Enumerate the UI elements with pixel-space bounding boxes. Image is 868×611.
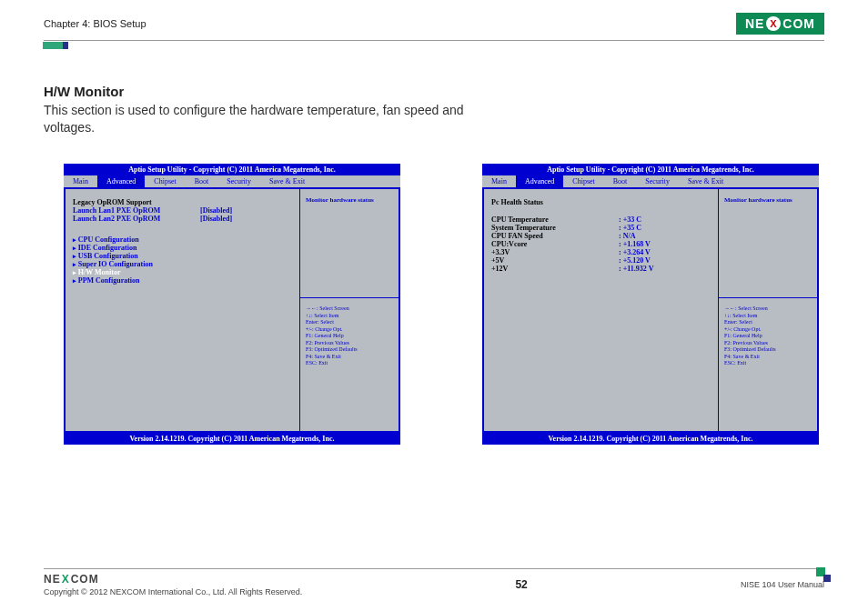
help-text: Monitor hardware status bbox=[300, 189, 399, 298]
menu-usb[interactable]: USB Configuration bbox=[73, 252, 292, 260]
health-row: +3.3V: +3.264 V bbox=[491, 248, 711, 256]
lan2-row[interactable]: Launch Lan2 PXE OpROM [Disabled] bbox=[73, 215, 292, 223]
section-title: H/W Monitor bbox=[44, 84, 124, 99]
bios-side: Monitor hardware status →←: Select Scree… bbox=[719, 189, 817, 431]
bios-footer: Version 2.14.1219. Copyright (C) 2011 Am… bbox=[64, 433, 400, 445]
legacy-oprom-header: Legacy OpROM Support bbox=[73, 198, 292, 206]
lan1-row[interactable]: Launch Lan1 PXE OpROM [Disabled] bbox=[73, 206, 292, 215]
bios-tabs: Main Advanced Chipset Boot Security Save… bbox=[482, 175, 819, 189]
section-description: This section is used to configure the ha… bbox=[44, 102, 468, 136]
health-row: CPU:Vcore: +1.168 V bbox=[491, 240, 711, 248]
help-text: Monitor hardware status bbox=[719, 189, 817, 298]
bios-side: Monitor hardware status →←: Select Scree… bbox=[300, 189, 399, 431]
menu-ppm[interactable]: PPM Configuration bbox=[73, 276, 292, 285]
bios-screen-left: Aptio Setup Utility - Copyright (C) 2011… bbox=[64, 164, 400, 445]
header-accent-icon bbox=[43, 42, 68, 49]
tab-advanced[interactable]: Advanced bbox=[516, 175, 563, 187]
tab-main[interactable]: Main bbox=[64, 175, 97, 187]
tab-boot[interactable]: Boot bbox=[604, 175, 637, 187]
health-row: +12V: +11.932 V bbox=[491, 265, 711, 273]
tab-chipset[interactable]: Chipset bbox=[563, 175, 603, 187]
tab-security[interactable]: Security bbox=[217, 175, 260, 187]
menu-superio[interactable]: Super IO Configuration bbox=[73, 260, 292, 268]
page-header: Chapter 4: BIOS Setup NE X COM bbox=[44, 13, 824, 41]
menu-hw-monitor[interactable]: H/W Monitor bbox=[73, 268, 292, 276]
tab-save-exit[interactable]: Save & Exit bbox=[679, 175, 732, 187]
health-row: CPU FAN Speed: N/A bbox=[491, 232, 711, 240]
manual-name: NISE 104 User Manual bbox=[741, 580, 824, 589]
tab-chipset[interactable]: Chipset bbox=[145, 175, 185, 187]
menu-ide[interactable]: IDE Configuration bbox=[73, 244, 292, 252]
footer-x-icon: X bbox=[62, 573, 70, 586]
bios-body: Pc Health Status CPU Temperature: +33 C … bbox=[482, 189, 819, 433]
health-row: CPU Temperature: +33 C bbox=[491, 215, 711, 224]
bios-footer: Version 2.14.1219. Copyright (C) 2011 Am… bbox=[482, 433, 819, 445]
bios-title: Aptio Setup Utility - Copyright (C) 2011… bbox=[64, 164, 400, 175]
brand-x-icon: X bbox=[766, 16, 781, 31]
tab-save-exit[interactable]: Save & Exit bbox=[260, 175, 314, 187]
menu-cpu[interactable]: CPU Configuration bbox=[73, 235, 292, 244]
tab-boot[interactable]: Boot bbox=[186, 175, 218, 187]
bios-content: Legacy OpROM Support Launch Lan1 PXE OpR… bbox=[66, 189, 300, 431]
bios-body: Legacy OpROM Support Launch Lan1 PXE OpR… bbox=[64, 189, 400, 433]
bios-content: Pc Health Status CPU Temperature: +33 C … bbox=[484, 189, 719, 431]
page-footer: NE X COM Copyright © 2012 NEXCOM Interna… bbox=[44, 568, 824, 596]
bios-tabs: Main Advanced Chipset Boot Security Save… bbox=[64, 175, 400, 189]
footer-accent-icon bbox=[816, 567, 825, 576]
bios-screen-right: Aptio Setup Utility - Copyright (C) 2011… bbox=[482, 164, 819, 445]
health-row: +5V: +5.120 V bbox=[491, 256, 711, 265]
key-help: →←: Select Screen ↑↓: Select Item Enter:… bbox=[300, 298, 399, 375]
pc-health-header: Pc Health Status bbox=[491, 198, 711, 206]
tab-security[interactable]: Security bbox=[636, 175, 679, 187]
copyright: Copyright © 2012 NEXCOM International Co… bbox=[44, 587, 302, 596]
tab-main[interactable]: Main bbox=[482, 175, 516, 187]
bios-title: Aptio Setup Utility - Copyright (C) 2011… bbox=[482, 164, 819, 175]
health-row: System Temperature: +35 C bbox=[491, 224, 711, 232]
bios-panels: Aptio Setup Utility - Copyright (C) 2011… bbox=[64, 164, 819, 445]
brand-logo: NE X COM bbox=[736, 13, 824, 35]
tab-advanced[interactable]: Advanced bbox=[97, 175, 145, 187]
footer-logo: NE X COM bbox=[44, 573, 302, 586]
chapter-label: Chapter 4: BIOS Setup bbox=[44, 18, 146, 29]
key-help: →←: Select Screen ↑↓: Select Item Enter:… bbox=[719, 298, 817, 375]
page-number: 52 bbox=[515, 578, 527, 591]
